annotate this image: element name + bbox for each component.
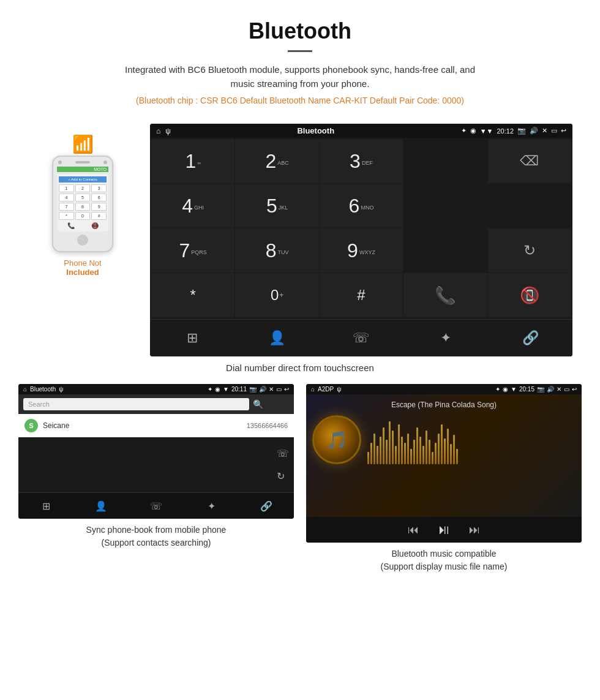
music-vol-icon: 🔊 (547, 386, 554, 393)
music-status-right: ✦ ◉ ▼ 20:15 📷 🔊 ✕ ▭ ↩ (495, 386, 577, 393)
phone-illustration: 📶 MOTO + Add to Contacts 1 2 3 4 5 6 7 8 (28, 124, 138, 277)
viz-bar (426, 431, 427, 464)
phone-key-5: 5 (75, 194, 91, 201)
viz-bar (450, 444, 452, 464)
dial-key-1[interactable]: 1 ∞ (151, 139, 234, 183)
dial-key-6[interactable]: 6 MNO (320, 184, 403, 228)
pb-home-icon: ⌂ (23, 386, 27, 393)
music-note-icon: 🎵 (326, 430, 348, 450)
wifi-signal-icon: 📶 (72, 136, 94, 153)
music-album-area: 🎵 (312, 415, 576, 464)
music-song-title: Escape (The Pina Colada Song) (391, 401, 497, 409)
pb-nav-grid[interactable]: ⊞ (18, 493, 73, 519)
dial-status-bar: ⌂ ψ Bluetooth ✦ ◉ ▼▼ 20:12 📷 🔊 ✕ ▭ ↩ (150, 124, 572, 138)
dial-key-9[interactable]: 9 WXYZ (320, 228, 403, 273)
pb-nav-phone[interactable]: ☏ (129, 493, 184, 519)
nav-phone[interactable]: ☏ (319, 320, 403, 356)
music-block: ⌂ A2DP ψ ✦ ◉ ▼ 20:15 📷 🔊 ✕ ▭ ↩ E (306, 384, 582, 573)
pb-nav-bluetooth[interactable]: ✦ (184, 493, 239, 519)
music-statusbar: ⌂ A2DP ψ ✦ ◉ ▼ 20:15 📷 🔊 ✕ ▭ ↩ (306, 384, 582, 394)
pb-nav-person[interactable]: 👤 (73, 493, 129, 519)
music-usb-icon: ψ (337, 386, 341, 393)
dial-call-button[interactable]: 📞 (403, 273, 487, 317)
search-icon: 🔍 (253, 399, 263, 409)
pb-bt-icon: ✦ (208, 386, 212, 393)
pb-bottom-nav: ⊞ 👤 ☏ ✦ 🔗 (18, 492, 294, 519)
pb-time: 20:11 (231, 386, 247, 393)
dial-key-4[interactable]: 4 GHI (151, 184, 234, 228)
dial-caption: Dial number direct from touchscreen (0, 363, 600, 373)
nav-person[interactable]: 👤 (234, 320, 319, 356)
pb-win-icon: ▭ (276, 386, 282, 393)
phone-key-9: 9 (91, 203, 107, 211)
pb-sig-icon: ▼ (223, 386, 229, 393)
pb-contact-row[interactable]: S Seicane 13566664466 (18, 414, 294, 437)
phone-end-icon: 📵 (91, 222, 99, 229)
pb-side-phone-icon: ☏ (277, 448, 289, 459)
prev-button[interactable]: ⏮ (408, 524, 419, 536)
music-caption: Bluetooth music compatible (Support disp… (381, 548, 508, 573)
dial-refresh[interactable]: ↻ (488, 228, 571, 273)
play-pause-button[interactable]: ⏯ (437, 522, 451, 538)
viz-bar (380, 437, 381, 464)
nav-link[interactable]: 🔗 (488, 320, 572, 356)
pb-nav-link[interactable]: 🔗 (239, 493, 294, 519)
pb-status-right: ✦ ◉ ▼ 20:11 📷 🔊 ✕ ▭ ↩ (208, 386, 289, 393)
pb-search-field[interactable]: Search (23, 398, 249, 410)
nav-grid[interactable]: ⊞ (150, 320, 234, 356)
phone-call-icon: 📞 (67, 222, 75, 229)
search-placeholder: Search (28, 401, 50, 408)
phone-key-1: 1 (59, 184, 74, 192)
viz-bar (432, 452, 433, 464)
pb-status-center-label: Bluetooth (30, 386, 56, 393)
dial-key-3[interactable]: 3 DEF (320, 139, 403, 183)
pb-usb-icon: ψ (59, 386, 63, 393)
phone-key-7: 7 (59, 203, 74, 211)
contact-number: 13566664466 (247, 422, 288, 429)
viz-bar (404, 443, 406, 464)
refresh-icon: ↻ (523, 242, 536, 259)
phone-speaker (75, 161, 90, 164)
phonebook-block: ⌂ Bluetooth ψ ✦ ◉ ▼ 20:11 📷 🔊 ✕ ▭ ↩ (18, 384, 294, 573)
phone-screen-title: + Add to Contacts (59, 176, 107, 183)
camera-icon: 📷 (517, 127, 526, 135)
dial-key-2[interactable]: 2 ABC (235, 139, 318, 183)
dial-key-star[interactable]: * (151, 273, 234, 317)
dial-key-8[interactable]: 8 TUV (235, 228, 318, 273)
dial-bottom-nav: ⊞ 👤 ☏ ✦ 🔗 (150, 319, 572, 356)
viz-bar (422, 446, 424, 464)
home-icon: ⌂ (156, 127, 160, 135)
car-unit-dial: ⌂ ψ Bluetooth ✦ ◉ ▼▼ 20:12 📷 🔊 ✕ ▭ ↩ (150, 124, 572, 356)
pb-cam-icon: 📷 (249, 386, 257, 393)
music-bt-icon: ✦ (495, 386, 500, 393)
dial-key-hash[interactable]: # (320, 273, 403, 317)
pb-empty-area: ☏ ↻ (18, 437, 294, 492)
music-controls: ⏮ ⏯ ⏭ (306, 517, 582, 543)
dial-key-0[interactable]: 0 + (235, 273, 318, 317)
dial-key-7[interactable]: 7 PQRS (151, 228, 234, 273)
phone-device: MOTO + Add to Contacts 1 2 3 4 5 6 7 8 9… (52, 156, 113, 252)
music-loc-icon: ◉ (503, 386, 508, 393)
end-call-icon: 📵 (520, 286, 539, 305)
phone-key-hash: # (91, 212, 107, 220)
status-right: ✦ ◉ ▼▼ 20:12 📷 🔊 ✕ ▭ ↩ (461, 127, 566, 135)
dial-end-button[interactable]: 📵 (488, 273, 571, 317)
music-time: 20:15 (519, 386, 534, 393)
nav-bluetooth[interactable]: ✦ (403, 320, 488, 356)
viz-bar (407, 434, 409, 464)
music-win-icon: ▭ (564, 386, 569, 393)
phone-key-4: 4 (59, 194, 74, 201)
viz-bar (383, 427, 384, 464)
page-description: Integrated with BC6 Bluetooth module, su… (116, 63, 484, 91)
music-home-icon: ⌂ (311, 386, 315, 393)
viz-bar (438, 434, 440, 464)
viz-bar (395, 446, 397, 464)
next-button[interactable]: ⏭ (469, 524, 480, 536)
music-visualizer (367, 415, 576, 464)
dial-key-5[interactable]: 5 JKL (235, 184, 318, 228)
viz-bar (410, 449, 412, 464)
pb-status-left: ⌂ Bluetooth ψ (23, 386, 63, 393)
pb-search-bar: Search 🔍 (18, 394, 294, 414)
dial-backspace[interactable]: ⌫ (488, 139, 571, 183)
viz-bar (453, 435, 455, 464)
